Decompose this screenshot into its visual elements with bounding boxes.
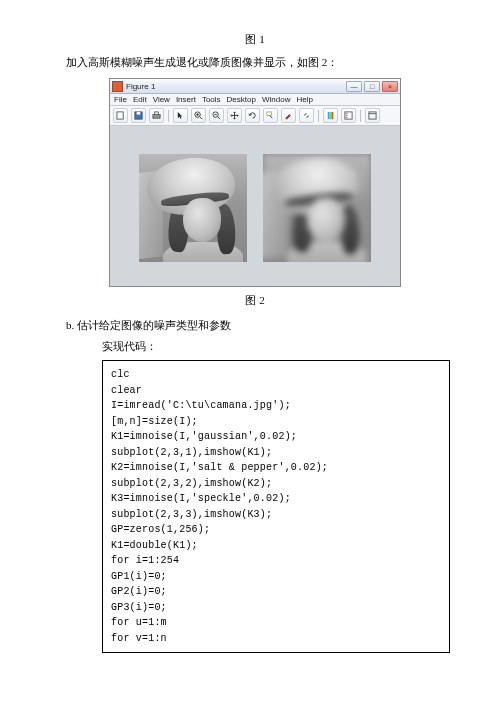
hide-tools-icon[interactable] [365, 108, 380, 123]
svg-rect-12 [267, 112, 272, 116]
original-image [139, 154, 247, 262]
menu-insert[interactable]: Insert [176, 95, 196, 104]
toolbar-separator [168, 110, 169, 122]
degraded-image [263, 154, 371, 262]
menu-desktop[interactable]: Desktop [227, 95, 256, 104]
figure1-caption: 图 1 [60, 32, 450, 47]
window-close-button[interactable]: × [382, 81, 398, 92]
rotate-icon[interactable] [245, 108, 260, 123]
intro-text: 加入高斯模糊噪声生成退化或降质图像并显示，如图 2： [66, 55, 450, 70]
figure2-caption: 图 2 [60, 293, 450, 308]
menu-view[interactable]: View [153, 95, 170, 104]
zoom-in-icon[interactable] [191, 108, 206, 123]
menu-window[interactable]: Window [262, 95, 290, 104]
toolbar-separator [360, 110, 361, 122]
svg-line-10 [217, 116, 220, 119]
window-title: Figure 1 [126, 82, 346, 91]
code-caption: 实现代码： [102, 339, 450, 354]
zoom-out-icon[interactable] [209, 108, 224, 123]
svg-line-6 [199, 116, 202, 119]
menu-help[interactable]: Help [296, 95, 312, 104]
toolbar-separator [318, 110, 319, 122]
menu-edit[interactable]: Edit [133, 95, 147, 104]
window-minimize-button[interactable]: — [346, 81, 362, 92]
svg-rect-15 [330, 112, 332, 119]
print-icon[interactable] [149, 108, 164, 123]
window-maximize-button[interactable]: □ [364, 81, 380, 92]
svg-rect-2 [137, 112, 141, 115]
datacursor-icon[interactable] [263, 108, 278, 123]
brush-icon[interactable] [281, 108, 296, 123]
svg-rect-4 [155, 112, 159, 115]
svg-rect-16 [331, 112, 333, 119]
toolbar [110, 106, 400, 126]
code-block: clc clear I=imread('C:\tu\camana.jpg'); … [102, 360, 450, 653]
app-icon [112, 81, 123, 92]
section-b-heading: b. 估计给定图像的噪声类型和参数 [66, 318, 450, 333]
colorbar-icon[interactable] [323, 108, 338, 123]
svg-rect-0 [117, 112, 123, 119]
window-titlebar: Figure 1 — □ × [110, 79, 400, 94]
link-icon[interactable] [299, 108, 314, 123]
pan-icon[interactable] [227, 108, 242, 123]
svg-rect-21 [369, 112, 376, 119]
menu-file[interactable]: File [114, 95, 127, 104]
svg-rect-14 [328, 112, 330, 119]
svg-rect-3 [153, 115, 160, 119]
legend-icon[interactable] [341, 108, 356, 123]
figure-canvas [110, 126, 400, 286]
matlab-figure-window: Figure 1 — □ × File Edit View Insert Too… [109, 78, 401, 287]
save-icon[interactable] [131, 108, 146, 123]
new-figure-icon[interactable] [113, 108, 128, 123]
menu-bar: File Edit View Insert Tools Desktop Wind… [110, 94, 400, 106]
menu-tools[interactable]: Tools [202, 95, 221, 104]
pointer-icon[interactable] [173, 108, 188, 123]
